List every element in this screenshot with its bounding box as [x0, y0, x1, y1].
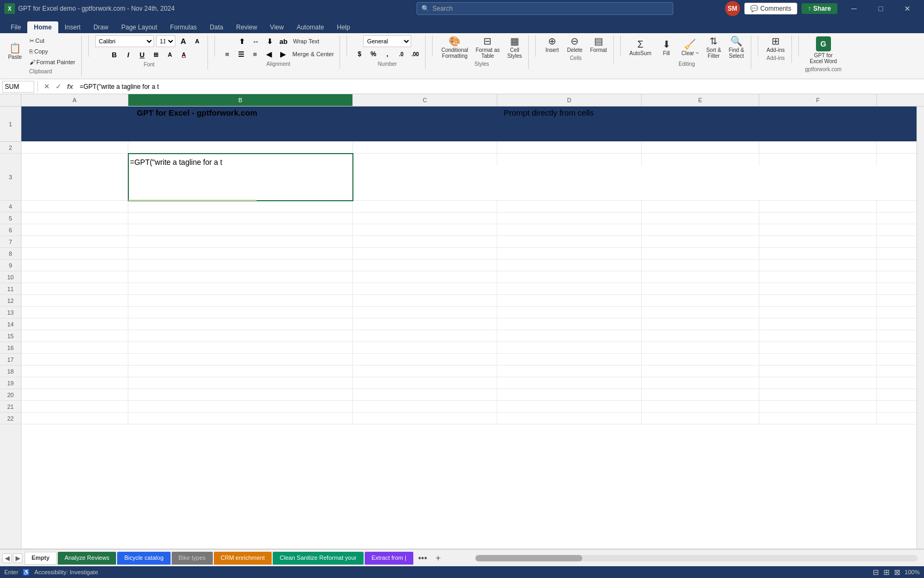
align-top-button[interactable]: ⬆	[236, 35, 248, 47]
page-break-icon[interactable]: ⊠	[894, 568, 900, 576]
row-num-17[interactable]: 17	[0, 354, 21, 366]
paste-button[interactable]: 📋 Paste	[4, 42, 26, 61]
cell-g2[interactable]	[877, 142, 917, 154]
tab-review[interactable]: Review	[229, 21, 263, 33]
col-header-d[interactable]: D	[497, 94, 642, 106]
fill-color-button[interactable]: A	[164, 49, 176, 60]
wrap-text-button[interactable]: Wrap Text	[291, 36, 321, 47]
row-num-3[interactable]: 3	[0, 154, 21, 201]
row-num-1[interactable]: 1	[0, 107, 21, 142]
orientation-button[interactable]: ab	[278, 35, 289, 47]
font-decrease-button[interactable]: A	[191, 35, 203, 47]
row-num-6[interactable]: 6	[0, 224, 21, 236]
sheet-tab-bike-types[interactable]: Bike types	[172, 552, 213, 565]
vertical-scrollbar[interactable]	[917, 107, 924, 549]
fx-button[interactable]: fx	[65, 81, 75, 92]
gpt-excel-word-button[interactable]: G GPT forExcel Word	[806, 35, 840, 65]
conditional-formatting-button[interactable]: 🎨 ConditionalFormatting	[439, 35, 470, 60]
bold-button[interactable]: B	[109, 49, 120, 60]
col-header-a[interactable]: A	[21, 94, 128, 106]
confirm-formula-button[interactable]: ✓	[53, 81, 64, 92]
number-format-select[interactable]: General	[363, 35, 411, 47]
add-sheet-button[interactable]: +	[432, 552, 444, 565]
cancel-formula-button[interactable]: ✕	[41, 81, 52, 92]
currency-button[interactable]: $	[353, 48, 365, 60]
row-num-11[interactable]: 11	[0, 283, 21, 295]
delete-button[interactable]: ⊖ Delete	[565, 35, 584, 54]
cell-c4[interactable]	[353, 201, 497, 212]
row-num-13[interactable]: 13	[0, 307, 21, 318]
cell-f1[interactable]	[759, 107, 877, 118]
format-as-table-button[interactable]: ⊟ Format asTable	[473, 35, 502, 60]
row-num-2[interactable]: 2	[0, 142, 21, 154]
cell-a1[interactable]	[21, 107, 128, 118]
align-bottom-button[interactable]: ⬇	[264, 35, 275, 47]
underline-button[interactable]: U	[136, 49, 148, 60]
cell-c1[interactable]	[353, 107, 497, 118]
font-name-select[interactable]: Calibri	[95, 35, 154, 47]
cell-d3[interactable]	[497, 154, 642, 165]
cell-c3[interactable]	[353, 154, 497, 165]
cell-e4[interactable]	[642, 201, 759, 212]
align-middle-button[interactable]: ↔	[250, 35, 261, 47]
row-num-21[interactable]: 21	[0, 401, 21, 413]
tab-page-layout[interactable]: Page Layout	[115, 21, 164, 33]
row-num-16[interactable]: 16	[0, 342, 21, 354]
maximize-button[interactable]: □	[868, 0, 893, 17]
cell-b4[interactable]	[128, 201, 353, 212]
col-header-c[interactable]: C	[353, 94, 497, 106]
row-num-15[interactable]: 15	[0, 330, 21, 342]
sheet-tab-crm-enrichment[interactable]: CRM enrichment	[214, 552, 272, 565]
search-bar[interactable]: 🔍	[417, 2, 673, 15]
tab-home[interactable]: Home	[27, 21, 58, 33]
normal-view-icon[interactable]: ⊟	[873, 568, 879, 576]
row-num-12[interactable]: 12	[0, 295, 21, 307]
autosum-button[interactable]: Σ AutoSum	[627, 39, 653, 57]
cell-g1[interactable]	[877, 107, 917, 118]
cell-g4[interactable]	[877, 201, 917, 212]
row-num-20[interactable]: 20	[0, 389, 21, 401]
cell-e2[interactable]	[642, 142, 759, 154]
sheet-tab-prev-button[interactable]: ◀	[2, 553, 12, 563]
row-num-18[interactable]: 18	[0, 366, 21, 377]
cell-a3[interactable]	[21, 154, 128, 165]
close-button[interactable]: ✕	[895, 0, 920, 17]
share-button[interactable]: ↑ Share	[802, 3, 837, 14]
page-layout-icon[interactable]: ⊞	[883, 568, 890, 576]
cell-b2[interactable]	[128, 142, 353, 154]
align-right-button[interactable]: ≡	[249, 48, 261, 60]
format-button[interactable]: ▤ Format	[588, 35, 609, 54]
cell-e1[interactable]	[642, 107, 759, 118]
col-header-b[interactable]: B	[128, 94, 353, 106]
row-num-9[interactable]: 9	[0, 260, 21, 271]
cell-f4[interactable]	[759, 201, 877, 212]
tab-view[interactable]: View	[264, 21, 290, 33]
tab-formulas[interactable]: Formulas	[164, 21, 203, 33]
add-ins-button[interactable]: ⊞ Add-ins	[765, 35, 787, 54]
cell-b3-active[interactable]: =GPT("write a tagline for a t GPT([promp…	[128, 154, 353, 201]
comma-button[interactable]: ,	[381, 48, 393, 60]
cell-a4[interactable]	[21, 201, 128, 212]
search-input[interactable]	[433, 5, 668, 12]
sheet-tab-more-button[interactable]: •••	[414, 552, 431, 565]
row-num-14[interactable]: 14	[0, 318, 21, 330]
increase-decimal-button[interactable]: .00	[409, 48, 421, 60]
cell-c2[interactable]	[353, 142, 497, 154]
copy-button[interactable]: ⎘ Copy	[28, 46, 77, 57]
horizontal-scroll-handle[interactable]	[475, 555, 582, 561]
italic-button[interactable]: I	[122, 49, 134, 60]
tab-automate[interactable]: Automate	[290, 21, 330, 33]
minimize-button[interactable]: ─	[842, 0, 866, 17]
sheet-tab-clean-sanitize[interactable]: Clean Sanitize Reformat your	[273, 552, 364, 565]
row-num-22[interactable]: 22	[0, 413, 21, 424]
col-header-e[interactable]: E	[642, 94, 759, 106]
col-header-f[interactable]: F	[759, 94, 877, 106]
cell-b1[interactable]: GPT for Excel - gptforwork.com	[128, 107, 353, 118]
cell-d4[interactable]	[497, 201, 642, 212]
cell-e3[interactable]	[642, 154, 759, 165]
tab-draw[interactable]: Draw	[87, 21, 115, 33]
row-num-10[interactable]: 10	[0, 271, 21, 283]
row-num-19[interactable]: 19	[0, 377, 21, 389]
cell-d2[interactable]	[497, 142, 642, 154]
row-num-4[interactable]: 4	[0, 201, 21, 212]
